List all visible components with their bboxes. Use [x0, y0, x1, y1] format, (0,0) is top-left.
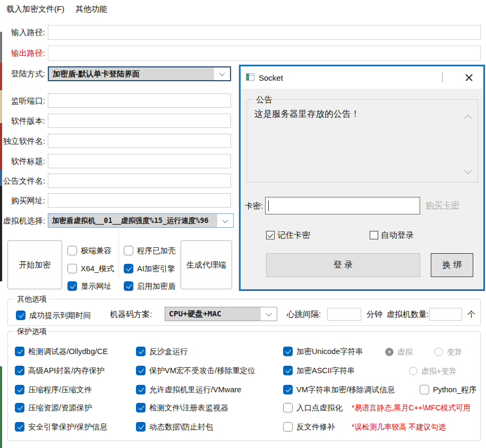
checkbox-icon	[136, 347, 146, 356]
maximize-button[interactable]	[434, 66, 451, 89]
menu-other-features[interactable]: 其他功能	[75, 4, 107, 14]
checkbox-expire-tip[interactable]: 成功提示到期时间	[16, 310, 91, 321]
checkbox-icon	[124, 246, 133, 255]
checkbox-auto-login[interactable]: 自动登录	[370, 230, 414, 240]
scroll-down-icon[interactable]	[464, 167, 472, 174]
checkbox-enable-shield[interactable]: 启用加密盾	[124, 281, 176, 291]
buy-card-key-link[interactable]: 购买卡密	[425, 197, 459, 214]
note-entrypoint-warning: *易语言静态,黑月C++\MFC模式可用	[352, 403, 471, 413]
start-encrypt-button[interactable]: 开始加密	[7, 240, 62, 289]
radio-icon	[385, 348, 394, 356]
card-key-input[interactable]	[265, 197, 420, 214]
menu-load-encrypted-file[interactable]: 载入加密文件(F)	[6, 4, 64, 14]
checkbox-icon	[67, 281, 77, 291]
software-title-label: 软件标题:	[0, 154, 45, 168]
input-path-field[interactable]	[48, 25, 481, 40]
announce-groupbox: 公告 这是服务器里存放的公告！	[246, 99, 478, 183]
output-path-field[interactable]	[48, 46, 481, 61]
checkbox-icon	[15, 347, 24, 356]
checkbox-encrypt-unicode[interactable]: 加密Unicode字符串	[283, 346, 363, 357]
announce-file-field[interactable]	[48, 174, 231, 188]
checkbox-encrypt-ascii[interactable]: 加密ASCII字符串	[283, 365, 355, 376]
checkbox-remember-key[interactable]: 记住卡密	[266, 230, 310, 240]
checkbox-protect-vm-macro[interactable]: 保护VM宏不受攻击/移除重定位	[136, 365, 255, 376]
checkbox-detect-debugger[interactable]: 检测调试器/Ollydbg/CE	[15, 346, 108, 357]
checkbox-show-url[interactable]: 显示网址	[67, 281, 112, 291]
options-divider	[118, 228, 119, 277]
listen-port-field[interactable]	[48, 93, 231, 108]
radio-mutate[interactable]: 变异	[434, 347, 462, 357]
radio-icon	[409, 367, 417, 375]
chevron-down-icon	[261, 307, 277, 321]
heartbeat-unit: 分钟	[366, 307, 382, 321]
checkbox-icon	[15, 403, 24, 412]
checkbox-icon	[266, 231, 275, 239]
heartbeat-field[interactable]	[327, 308, 361, 321]
login-mode-dropdown[interactable]: 加密盾-默认单卡登陆界面	[48, 66, 231, 81]
checkbox-icon	[16, 311, 25, 320]
card-key-label: 卡密:	[245, 197, 263, 214]
checkbox-api-wrap[interactable]: 高级API封装/内存保护	[15, 365, 104, 376]
socket-window: Socket 公告 这是服务器里存放的公告！ 卡密: 购买卡密 记住卡密 自动登…	[239, 65, 485, 291]
input-path-label: 输入路径:	[0, 25, 45, 40]
close-button[interactable]	[459, 66, 479, 89]
checkbox-compress-program[interactable]: 压缩程序/压缩文件	[15, 384, 92, 395]
purchase-url-label: 购买网址:	[0, 193, 45, 208]
checkbox-compress-resources[interactable]: 压缩资源/资源保护	[15, 402, 92, 413]
checkbox-allow-vmware[interactable]: 允许虚拟机里运行/VMware	[136, 384, 241, 395]
login-mode-value: 加密盾-默认单卡登陆界面	[49, 67, 214, 80]
checkbox-anti-sandbox[interactable]: 反沙盒运行	[136, 346, 188, 357]
checkbox-icon	[15, 366, 24, 375]
main-window: 载入加密文件(F) 其他功能 输入路径: 输出路径: 登陆方式: 加密盾-默认单…	[0, 0, 486, 448]
radio-icon	[434, 348, 443, 356]
background-window-sliver	[0, 366, 2, 448]
checkbox-icon	[136, 422, 146, 432]
machine-code-dropdown[interactable]: CPU+硬盘+MAC	[165, 307, 277, 321]
minimize-button[interactable]	[407, 66, 424, 89]
vm-select-dropdown[interactable]: 加密盾虚拟机__01__虚拟强度%15_运行速度%96	[48, 213, 234, 228]
checkbox-ai-engine[interactable]: AI加密引擎	[124, 263, 175, 274]
vm-count-label: 虚拟机数量:	[387, 307, 429, 321]
socket-titlebar[interactable]: Socket	[241, 66, 483, 89]
vm-count-unit: 个	[467, 307, 475, 321]
checkbox-icon	[136, 366, 146, 375]
checkbox-icon	[283, 347, 293, 356]
checkbox-anti-file-patch[interactable]: 反文件修补	[283, 421, 335, 432]
close-icon	[464, 72, 474, 83]
checkbox-extreme-compat[interactable]: 极端兼容	[67, 245, 112, 256]
checkbox-engine-protect[interactable]: 安全引擎保护/保护信息	[15, 421, 107, 432]
checkbox-icon	[420, 385, 429, 394]
checkbox-python-program[interactable]: Python_程序	[420, 384, 476, 395]
login-mode-label: 登陆方式:	[0, 66, 45, 81]
checkbox-icon	[67, 246, 77, 255]
protection-group-label: 保护选项	[14, 327, 49, 337]
rebind-button[interactable]: 换 绑	[431, 253, 473, 277]
generate-agent-button[interactable]: 生成代理端	[181, 240, 232, 289]
checkbox-x64-mode[interactable]: X64_模式	[67, 263, 114, 274]
radio-virtual[interactable]: 虚拟	[385, 347, 413, 357]
checkbox-icon	[67, 264, 77, 273]
checkbox-icon	[283, 366, 293, 375]
checkbox-icon	[283, 403, 293, 412]
purchase-url-field[interactable]	[48, 193, 231, 208]
login-button[interactable]: 登 录	[266, 253, 420, 277]
checkbox-entrypoint-virtualize[interactable]: 入口点虚拟化	[283, 402, 343, 413]
checkbox-icon	[124, 281, 133, 291]
checkbox-dynamic-data[interactable]: 动态数据\防止封包	[136, 421, 213, 432]
radio-virtual-plus-mutate[interactable]: 虚拟+变异	[409, 366, 456, 376]
checkbox-icon	[283, 385, 293, 394]
vm-select-label: 虚拟机选择:	[0, 213, 45, 228]
standalone-name-label: 独立软件名:	[0, 134, 45, 148]
checkbox-detect-monitors[interactable]: 检测文件\注册表监视器	[136, 402, 228, 413]
heartbeat-label: 心跳间隔:	[287, 307, 321, 321]
software-version-field[interactable]	[48, 114, 231, 128]
standalone-name-field[interactable]	[48, 134, 231, 148]
software-title-field[interactable]	[48, 154, 231, 168]
other-options-group-label: 其他选项	[14, 295, 49, 304]
note-filepatch-warning: *误检测几率较高 不建议勾选	[352, 423, 446, 432]
scroll-up-icon[interactable]	[464, 115, 472, 122]
checkbox-vm-string-encrypt[interactable]: VM字符串加密/移除调试信息	[283, 384, 395, 395]
vm-count-field[interactable]	[429, 308, 462, 321]
announce-group-label: 公告	[254, 94, 275, 106]
checkbox-already-packed[interactable]: 程序已加壳	[124, 245, 176, 256]
